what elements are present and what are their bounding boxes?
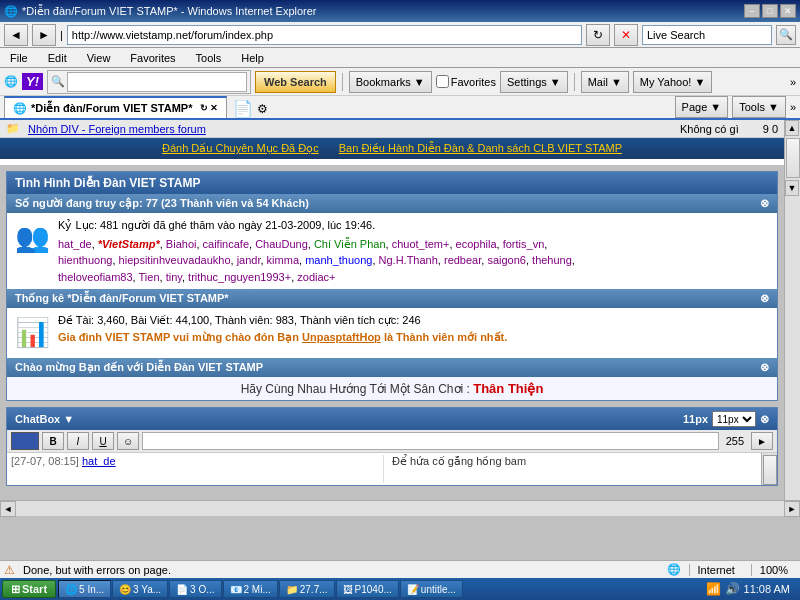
main-scrollbar[interactable]: ▲ ▼ (784, 120, 800, 500)
scroll-right-button[interactable]: ► (784, 501, 800, 517)
minimize-button[interactable]: − (744, 4, 760, 18)
tab-settings-icon[interactable]: ⚙ (257, 102, 268, 116)
toolbar-search-input[interactable] (67, 72, 247, 92)
foreign-member-link[interactable]: Nhóm DIV - Foreign members forum (28, 123, 206, 135)
stop-button[interactable]: ✕ (614, 24, 638, 46)
chatbox-scrollbar-thumb[interactable] (763, 455, 777, 485)
user-thehung[interactable]: thehung (532, 254, 572, 266)
refresh-button[interactable]: ↻ (586, 24, 610, 46)
user-hiep[interactable]: hiepsitinhveuvadaukho (119, 254, 231, 266)
user-hienthuong[interactable]: hienthuong (58, 254, 112, 266)
nav-link-mark-read[interactable]: Đánh Dấu Chuyên Mục Đã Đọc (162, 142, 319, 155)
user-saigon6[interactable]: saigon6 (487, 254, 526, 266)
taskbar-p1040-button[interactable]: 🖼 P1040... (336, 580, 399, 598)
bookmarks-button[interactable]: Bookmarks ▼ (349, 71, 432, 93)
menu-favorites[interactable]: Favorites (124, 50, 181, 66)
menu-tools[interactable]: Tools (190, 50, 228, 66)
tab-close-icon[interactable]: ✕ (210, 103, 218, 113)
user-vietstamp[interactable]: *VietStamp* (98, 238, 160, 250)
back-button[interactable]: ◄ (4, 24, 28, 46)
online-collapse-icon[interactable]: ⊗ (760, 197, 769, 210)
user-ng-h-thanh[interactable]: Ng.H.Thanh (379, 254, 438, 266)
user-zodiac[interactable]: zodiac+ (297, 271, 335, 283)
foreign-member-stats: Không có gì (680, 123, 739, 135)
taskbar: ⊞ Start 🌐 5 In... 😊 3 Ya... 📄 3 O... 📧 2… (0, 578, 800, 600)
address-input[interactable] (67, 25, 582, 45)
user-ecophila[interactable]: ecophila (456, 238, 497, 250)
chat-username-1[interactable]: hat_de (82, 455, 116, 467)
stats-section: 📊 Đề Tài: 3,460, Bài Viết: 44,100, Thành… (15, 312, 769, 354)
chatbox-input[interactable] (142, 432, 719, 450)
live-search-input[interactable] (642, 25, 772, 45)
chatbox-collapse-icon[interactable]: ⊗ (760, 413, 769, 426)
nav-link-admin[interactable]: Ban Điều Hành Diễn Đàn & Danh sách CLB V… (339, 142, 622, 155)
taskbar-ie-button[interactable]: 🌐 5 In... (58, 580, 111, 598)
web-search-button[interactable]: Web Search (255, 71, 336, 93)
close-button[interactable]: ✕ (780, 4, 796, 18)
page-button[interactable]: Page ▼ (675, 96, 729, 118)
online-sub-header: Số người đang truy cập: 77 (23 Thành viê… (7, 194, 777, 213)
start-button[interactable]: ⊞ Start (2, 580, 56, 598)
spacer-1 (0, 159, 784, 165)
chatbox-scrollbar[interactable] (761, 453, 777, 485)
forward-button[interactable]: ► (32, 24, 56, 46)
user-chaudung[interactable]: ChauDung (255, 238, 308, 250)
forum-status-header: Tình Hình Diễn Đàn VIET STAMP (7, 172, 777, 194)
chatbox-title[interactable]: ChatBox ▼ (15, 413, 74, 425)
user-fortis-vn[interactable]: fortis_vn (503, 238, 545, 250)
horizontal-scrollbar: ◄ ► (0, 500, 800, 516)
record-text: Kỷ Lục: 481 người đã ghé thăm vào ngày 2… (58, 217, 769, 234)
favorites-checkbox[interactable] (436, 75, 449, 88)
stats-collapse-icon[interactable]: ⊗ (760, 292, 769, 305)
maximize-button[interactable]: □ (762, 4, 778, 18)
scroll-down-button[interactable]: ▼ (785, 180, 799, 196)
taskbar-o-button[interactable]: 📄 3 O... (169, 580, 221, 598)
toolbar-extend-icon[interactable]: » (790, 76, 796, 88)
myyahoo-button[interactable]: My Yahoo! ▼ (633, 71, 713, 93)
chatbox-color-button[interactable] (11, 432, 39, 450)
taskbar-mi-button[interactable]: 📧 2 Mi... (223, 580, 278, 598)
user-redbear[interactable]: redbear (444, 254, 481, 266)
welcome-collapse-icon[interactable]: ⊗ (760, 361, 769, 374)
chatbox-send-button[interactable]: ► (751, 432, 773, 450)
menu-help[interactable]: Help (235, 50, 270, 66)
scroll-thumb[interactable] (786, 138, 800, 178)
user-hat-de[interactable]: hat_de (58, 238, 92, 250)
status-zoom: 100% (751, 564, 796, 576)
title-bar-left: 🌐 *Diễn đàn/Forum VIET STAMP* - Windows … (4, 5, 317, 18)
new-tab-icon[interactable]: 📄 (233, 99, 253, 118)
chatbox-smiley-button[interactable]: ☺ (117, 432, 139, 450)
settings-button[interactable]: Settings ▼ (500, 71, 568, 93)
user-tien[interactable]: Tien (139, 271, 160, 283)
ie-toolbar-icon: 🌐 (4, 75, 18, 88)
chatbox-underline-button[interactable]: U (92, 432, 114, 450)
menu-file[interactable]: File (4, 50, 34, 66)
scroll-up-button[interactable]: ▲ (785, 120, 799, 136)
user-manh-thuong[interactable]: manh_thuong (305, 254, 372, 266)
user-tiny[interactable]: tiny (166, 271, 182, 283)
new-member-link[interactable]: UnpasptaftHop (302, 331, 381, 343)
taskbar-untitle-button[interactable]: 📝 untitle... (400, 580, 463, 598)
status-message: Done, but with errors on page. (23, 564, 171, 576)
taskbar-ya-button[interactable]: 😊 3 Ya... (112, 580, 168, 598)
user-caifincafe[interactable]: caifincafe (203, 238, 249, 250)
scroll-left-button[interactable]: ◄ (0, 501, 16, 517)
chatbox-size-select[interactable]: 11px (712, 411, 756, 427)
live-search-button[interactable]: 🔍 (776, 25, 796, 45)
menu-edit[interactable]: Edit (42, 50, 73, 66)
user-theloveofiam83[interactable]: theloveofiam83 (58, 271, 133, 283)
taskbar-27-button[interactable]: 📁 27.7... (279, 580, 335, 598)
chatbox-bold-button[interactable]: B (42, 432, 64, 450)
user-chuot-tem[interactable]: chuot_tem+ (392, 238, 450, 250)
user-trithuc[interactable]: trithuc_nguyen1993+ (188, 271, 291, 283)
mail-button[interactable]: Mail ▼ (581, 71, 629, 93)
user-kimma[interactable]: kimma (267, 254, 299, 266)
tools-button[interactable]: Tools ▼ (732, 96, 786, 118)
chatbox-italic-button[interactable]: I (67, 432, 89, 450)
tab-vietstamp[interactable]: 🌐 *Diễn đàn/Forum VIET STAMP* ↻ ✕ (4, 96, 227, 118)
user-chivienhan[interactable]: Chí Viễn Phan (314, 238, 386, 250)
menu-view[interactable]: View (81, 50, 117, 66)
user-biahoi[interactable]: Biahoi (166, 238, 197, 250)
folder-icon: 📁 (6, 122, 20, 135)
user-jandr[interactable]: jandr (237, 254, 261, 266)
